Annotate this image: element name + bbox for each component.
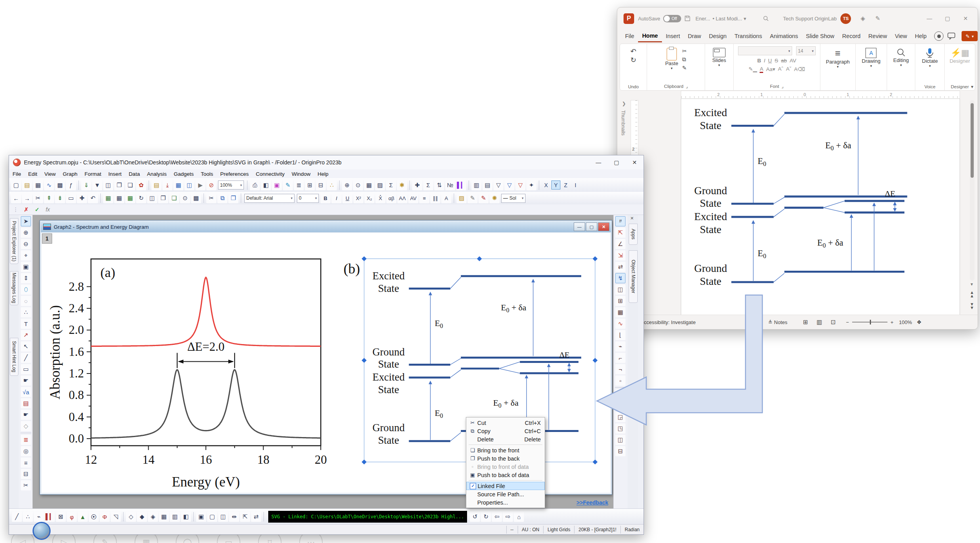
fit-to-window-icon[interactable]: ❖ (917, 319, 922, 325)
origin-close-button[interactable]: ✕ (625, 156, 644, 169)
tab-view[interactable]: View (891, 31, 911, 42)
ppt-close-button[interactable]: ✕ (956, 12, 975, 25)
pointer-icon[interactable]: ➤ (21, 216, 31, 226)
open-template-icon[interactable]: ❐ (114, 180, 124, 190)
undo-icon[interactable]: ↶ (88, 193, 98, 203)
dock-tab-2[interactable]: Smart Hint Log (10, 338, 18, 376)
cut-icon[interactable]: ✂ (206, 193, 216, 203)
light-3d-icon[interactable]: ◆ (137, 512, 147, 522)
ribbon-collapse-icon[interactable]: ▾ (971, 84, 973, 89)
append-down-icon[interactable]: ⇟ (55, 193, 65, 203)
tab-record[interactable]: Record (838, 31, 865, 42)
format-button-5[interactable]: X̽ (375, 193, 385, 203)
format-button-10[interactable]: ∥∥ (430, 193, 440, 203)
copy-icon[interactable]: ⧉ (682, 56, 687, 63)
cancel-icon[interactable]: ✗ (24, 206, 29, 213)
worksheet-copy-icon[interactable]: ❐ (158, 193, 168, 203)
new-function-icon[interactable]: ƒ (66, 180, 76, 190)
search-icon[interactable] (763, 15, 769, 22)
worksheet-paste-link-icon[interactable]: ❏ (169, 193, 179, 203)
menu-item-linked-file[interactable]: ✓Linked File (466, 482, 545, 490)
tab-slide-show[interactable]: Slide Show (802, 31, 838, 42)
hand-pan-icon[interactable]: ☛ (21, 375, 31, 386)
document-title[interactable]: Ener... (695, 16, 710, 22)
slide-scrollbar[interactable] (970, 100, 975, 281)
panel-close-icon[interactable]: ✕ (630, 216, 634, 221)
new-matrix-icon[interactable]: ▩ (55, 180, 65, 190)
frame-3d-icon[interactable]: ◈ (148, 512, 158, 522)
tab-help[interactable]: Help (911, 31, 931, 42)
obj-top-icon[interactable]: ◰ (615, 389, 625, 399)
swap-xy-icon[interactable]: ⇄ (615, 262, 625, 272)
worksheet-x-icon[interactable]: ▦ (125, 193, 135, 203)
scrollbar-thumb[interactable] (971, 103, 974, 178)
accessibility-status[interactable]: Accessibility: Investigate (640, 319, 696, 325)
menu-connectivity[interactable]: Connectivity (252, 170, 288, 178)
bc-tool-icon[interactable]: ⊟ (21, 469, 31, 479)
reorder-icon[interactable]: ⦿ (89, 512, 99, 522)
surface-3d-icon[interactable]: ▦ (159, 512, 169, 522)
duplicate-window-icon[interactable]: ◫ (103, 180, 113, 190)
bar-3d-icon[interactable]: ▥ (170, 512, 180, 522)
layout-two-icon[interactable]: ◫ (615, 284, 625, 295)
draw-scatter-icon[interactable]: ∴ (23, 512, 33, 522)
bar-chart-icon[interactable]: ▥ (471, 180, 482, 190)
mask-free-icon[interactable]: ◌ (21, 296, 31, 306)
frame-tool-icon[interactable]: ▭ (66, 193, 76, 203)
normal-view-icon[interactable]: ⊞ (803, 319, 808, 326)
ppt-format-button-1[interactable]: I (764, 58, 765, 64)
autosave-toggle[interactable]: Off (663, 15, 681, 22)
format-button-4[interactable]: X₂ (364, 193, 375, 203)
axis-button-i[interactable]: I (571, 180, 580, 190)
curve-overlay-icon[interactable]: ∿ (615, 319, 625, 329)
menu-item-bring-to-the-front[interactable]: ❏Bring to the front (466, 446, 545, 454)
axis-button-y[interactable]: Y (551, 180, 560, 190)
menu-graph[interactable]: Graph (59, 170, 81, 178)
flip-left-icon[interactable]: ⇦ (492, 512, 502, 522)
rotate-cw-icon[interactable]: ↻ (481, 512, 491, 522)
menu-data[interactable]: Data (125, 170, 144, 178)
axis-red-x-icon[interactable]: ⇲ (615, 250, 625, 261)
menu-edit[interactable]: Edit (25, 170, 41, 178)
menu-preferences[interactable]: Preferences (217, 170, 253, 178)
append-up-icon[interactable]: ⇞ (44, 193, 54, 203)
axis-plain-icon[interactable]: ∠ (615, 239, 625, 249)
new-workbook-icon[interactable]: ▦ (33, 180, 43, 190)
origin-minimize-button[interactable]: — (589, 156, 607, 169)
ppt-energy-diagram[interactable]: ExcitedStateE0E0 + δaGroundStateExcitedS… (686, 95, 921, 303)
right-dock-tab-0[interactable]: Apps (629, 224, 638, 245)
thumbnails-label[interactable]: Thumbnails (620, 110, 626, 136)
snip-icon[interactable]: ✂ (21, 480, 31, 490)
zoom-pan-icon[interactable]: ⊙ (353, 180, 363, 190)
spectrum-chart[interactable]: 12141618200.00.40.81.21.62.02.42.8Energy… (42, 247, 332, 502)
new-graph-icon[interactable]: ∿ (44, 180, 54, 190)
import-wizard-icon[interactable]: ⇓ (81, 180, 91, 190)
format-painter-icon[interactable]: ✎ (682, 65, 687, 71)
measure-arrow-icon[interactable]: ↗ (21, 330, 31, 340)
dialog-launcher-icon[interactable]: ⌟ (686, 84, 688, 89)
paste-button[interactable]: Paste ▾ (665, 48, 678, 71)
text-tool-icon[interactable]: T (21, 319, 31, 329)
font-size-combo[interactable]: 14▾ (796, 46, 816, 55)
format-button-8[interactable]: AV (408, 193, 418, 203)
axis-button-z[interactable]: Z (561, 180, 570, 190)
pen-color-icon[interactable]: ✎ (478, 193, 489, 203)
highlight-pen-icon[interactable]: ✎▁ (749, 66, 757, 73)
axis-vector-icon[interactable]: Φ (100, 512, 110, 522)
glow-effect-icon[interactable]: ✺ (489, 193, 500, 203)
gear-apps-icon[interactable]: ✱ (397, 180, 407, 190)
undo-icon[interactable]: ↶ (631, 47, 636, 56)
open-project-icon[interactable]: ▤ (22, 180, 32, 190)
paste-icon[interactable]: ❐ (228, 193, 238, 203)
draw-column-icon[interactable]: ▌▎ (45, 512, 55, 522)
swap-plot-icon[interactable]: ⇄ (251, 512, 261, 522)
worksheet-dup-icon[interactable]: ◫ (147, 193, 157, 203)
area-fill-icon[interactable]: ▲ (78, 512, 88, 522)
annotate-arrow-icon[interactable]: ↖ (21, 341, 31, 352)
download-icon[interactable]: ⤓ (162, 180, 173, 190)
editing-button[interactable]: Editing▾ (893, 48, 909, 67)
format-button-9[interactable]: ≡ (419, 193, 429, 203)
gem-icon[interactable]: ◈ (860, 15, 865, 22)
digits-123-icon[interactable]: № (445, 180, 455, 190)
open-folder-icon[interactable]: ▤ (151, 180, 162, 190)
